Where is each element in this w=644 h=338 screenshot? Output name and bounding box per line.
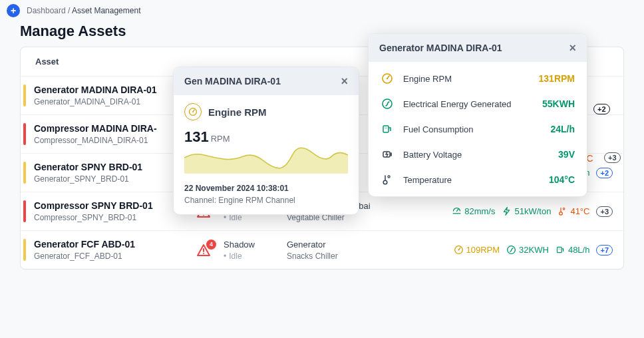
battery-icon: [381, 148, 394, 160]
detail-value: 39V: [558, 149, 575, 160]
rpm-icon: [454, 245, 464, 255]
detail-row: Battery Voltage 39V: [369, 142, 587, 167]
status-edge: [23, 239, 26, 261]
fuel-icon: [556, 245, 565, 255]
breadcrumb-current: Asset Management: [72, 6, 140, 15]
col-asset-header: Asset: [35, 57, 59, 67]
stat-power: 51kW/ton: [502, 206, 551, 216]
asset-sub: Generator_SPNY_BRD-01: [34, 174, 184, 184]
asset-name: Generator FCF ABD-01: [34, 239, 184, 250]
status-edge: [23, 123, 26, 145]
breadcrumb: Dashboard / Asset Management: [27, 6, 140, 15]
asset-name: Generator MADINA DIRA-01: [34, 84, 184, 95]
stat-rpm: 109RPM: [454, 245, 500, 255]
detail-value: 104°C: [549, 174, 575, 185]
power-icon: [502, 206, 512, 216]
more-badge[interactable]: +3: [604, 152, 621, 163]
more-badge[interactable]: +2: [593, 104, 610, 114]
metric-popover: Gen MADINA DIRA-01 × Engine RPM 131RPM 2…: [173, 67, 359, 215]
asset-name: Generator SPNY BRD-01: [34, 162, 184, 172]
shadow-state: •Idle: [224, 252, 287, 261]
asset-desc-title: Generator: [287, 240, 406, 250]
rpm-icon: [381, 73, 394, 84]
metric-timestamp: 22 November 2024 10:38:01: [184, 184, 348, 193]
detail-row: Engine RPM 131RPM: [369, 66, 587, 91]
energy-icon: [506, 245, 516, 255]
asset-sub: Generator_MADINA_DIRA-01: [34, 97, 184, 106]
status-edge: [23, 84, 26, 106]
detail-row: Fuel Consumption 24L/h: [369, 116, 587, 142]
more-badge[interactable]: +7: [596, 245, 613, 255]
asset-name: Compressor SPNY BRD-01: [34, 200, 184, 211]
temp-icon: [558, 206, 567, 216]
close-icon[interactable]: ×: [569, 42, 576, 54]
asset-sub: Generator_FCF_ABD-01: [34, 252, 184, 261]
close-icon[interactable]: ×: [341, 75, 348, 87]
status-edge: [23, 200, 26, 222]
asset-details-popover: Generator MADINA DIRA-01 × Engine RPM 13…: [368, 33, 587, 197]
more-badge[interactable]: +2: [596, 168, 613, 178]
table-row[interactable]: Generator FCF ABD-01 Generator_FCF_ABD-0…: [21, 231, 623, 269]
detail-value: 131RPM: [539, 73, 575, 84]
shadow-label: Shadow: [224, 240, 287, 250]
breadcrumb-root[interactable]: Dashboard: [27, 6, 66, 15]
popover-title: Generator MADINA DIRA-01: [379, 43, 502, 53]
metric-channel: Channel: Engine RPM Channel: [184, 196, 348, 205]
rpm-icon: [184, 103, 202, 120]
status-edge: [23, 162, 26, 184]
add-button[interactable]: +: [7, 4, 20, 17]
detail-row: Electrical Energy Generated 55KWH: [369, 91, 587, 116]
alert-count: 4: [206, 240, 216, 250]
stat-fuel: 48L/h: [556, 245, 590, 255]
metric-value: 131RPM: [184, 128, 348, 146]
sparkline-chart: [184, 146, 348, 174]
alert-icon[interactable]: 4: [196, 242, 212, 258]
speed-icon: [452, 206, 462, 216]
temp-icon: [381, 174, 394, 186]
energy-icon: [381, 98, 394, 110]
asset-desc-sub: Snacks Chiller: [287, 252, 406, 261]
metric-label: Engine RPM: [208, 106, 267, 118]
popover-title: Gen MADINA DIRA-01: [184, 76, 281, 86]
asset-sub: Compressor_SPNY_BRD-01: [34, 213, 184, 222]
detail-value: 55KWH: [542, 98, 575, 109]
fuel-icon: [381, 123, 394, 135]
stat-temp: 41°C: [558, 206, 589, 216]
stat-energy: 32KWH: [506, 245, 549, 255]
stat-speed: 82mm/s: [452, 206, 495, 216]
detail-row: Temperature 104°C: [369, 167, 587, 192]
asset-sub: Compressor_MADINA_DIRA-01: [34, 136, 184, 145]
detail-value: 24L/h: [550, 124, 575, 134]
more-badge[interactable]: +3: [596, 206, 613, 217]
asset-name: Compressor MADINA DIRA-: [34, 123, 184, 134]
